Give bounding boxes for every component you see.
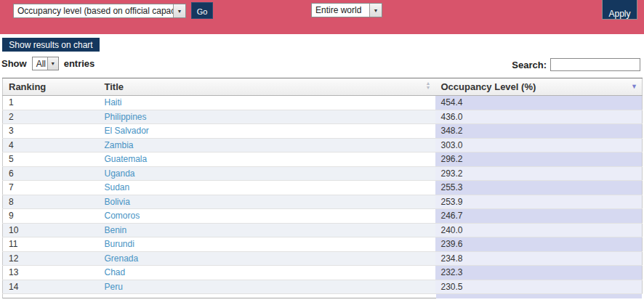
ranking-cell: 3	[3, 124, 99, 139]
sort-icon: ▲▼	[426, 81, 431, 90]
occupancy-value-cell: 454.4	[435, 96, 643, 110]
column-header-ranking[interactable]: Ranking	[3, 78, 99, 96]
title-cell: Grenada	[99, 251, 435, 266]
title-cell: Comoros	[99, 209, 435, 224]
ranking-cell: 10	[3, 223, 99, 237]
sort-desc-icon: ▼	[631, 83, 637, 90]
table-row: 4 Zambia 303.0	[3, 138, 643, 152]
occupancy-value-cell: 293.2	[435, 166, 643, 181]
title-cell: Philippines	[99, 110, 435, 124]
occupancy-value-cell: 246.7	[435, 209, 643, 224]
chevron-down-icon[interactable]: ▼	[173, 4, 185, 17]
ranking-cell: 14	[3, 280, 99, 294]
metric-select-value: Occupancy level (based on official capac…	[14, 6, 173, 16]
country-link[interactable]: Bolivia	[105, 197, 130, 207]
show-label: Show	[1, 58, 27, 69]
ranking-cell: 7	[3, 181, 99, 195]
table-footer-strip	[2, 294, 642, 298]
search-control: Search:	[512, 57, 640, 72]
country-link[interactable]: Guatemala	[105, 154, 148, 164]
column-header-title[interactable]: Title ▲▼	[99, 78, 435, 96]
ranking-cell: 9	[3, 209, 99, 224]
occupancy-value-cell: 296.2	[435, 152, 643, 167]
table-row: 11 Burundi 239.6	[3, 237, 643, 252]
title-cell: Sudan	[99, 181, 435, 195]
title-cell: Bolivia	[99, 195, 435, 209]
title-cell: Uganda	[99, 166, 435, 181]
occupancy-value-cell: 436.0	[435, 110, 643, 124]
search-label: Search:	[512, 60, 547, 70]
ranking-cell: 11	[3, 237, 99, 252]
apply-button[interactable]: Apply	[602, 0, 637, 20]
country-link[interactable]: Benin	[105, 225, 127, 235]
occupancy-value-cell: 253.9	[435, 195, 643, 209]
ranking-cell: 2	[3, 110, 99, 124]
occupancy-value-cell: 232.3	[435, 266, 643, 280]
table-row: 8 Bolivia 253.9	[3, 195, 643, 209]
table-row: 10 Benin 240.0	[3, 223, 643, 237]
country-link[interactable]: Comoros	[105, 211, 140, 221]
region-select[interactable]: Entire world ▼	[311, 3, 382, 17]
country-link[interactable]: Zambia	[105, 140, 134, 150]
ranking-cell: 13	[3, 266, 99, 280]
search-input[interactable]	[550, 58, 640, 71]
table-header-row: Ranking Title ▲▼ Occupancy Level (%) ▼	[3, 78, 643, 96]
ranking-cell: 12	[3, 251, 99, 266]
occupancy-value-cell: 239.6	[435, 237, 643, 252]
country-link[interactable]: Burundi	[105, 239, 134, 249]
metric-select[interactable]: Occupancy level (based on official capac…	[13, 4, 186, 18]
occupancy-value-cell: 234.8	[435, 251, 643, 266]
occupancy-value-cell: 240.0	[435, 223, 643, 237]
table-row: 5 Guatemala 296.2	[3, 152, 643, 167]
region-select-value: Entire world	[312, 5, 369, 15]
title-cell: Chad	[99, 266, 435, 280]
filter-toolbar: Occupancy level (based on official capac…	[0, 0, 644, 34]
entries-length-control: Show All ▼ entries	[1, 56, 94, 71]
ranking-cell: 8	[3, 195, 99, 209]
table-row: 13 Chad 232.3	[3, 266, 643, 280]
country-link[interactable]: Uganda	[105, 168, 135, 179]
country-link[interactable]: Haiti	[105, 97, 122, 107]
title-cell: Peru	[99, 280, 435, 294]
occupancy-value-cell: 255.3	[435, 181, 643, 195]
table-row: 7 Sudan 255.3	[3, 181, 643, 195]
ranking-cell: 6	[3, 166, 99, 181]
country-link[interactable]: Sudan	[105, 182, 130, 192]
chevron-down-icon[interactable]: ▼	[47, 57, 58, 70]
chevron-down-icon[interactable]: ▼	[369, 4, 382, 17]
go-button[interactable]: Go	[191, 2, 213, 19]
country-link[interactable]: Peru	[105, 282, 123, 292]
table-row: 2 Philippines 436.0	[3, 110, 643, 124]
country-link[interactable]: Philippines	[105, 112, 147, 122]
ranking-cell: 1	[3, 96, 99, 110]
table-body: 1 Haiti 454.4 2 Philippines 436.0 3 El S…	[3, 96, 643, 294]
occupancy-value-cell: 303.0	[435, 138, 643, 152]
title-cell: El Salvador	[99, 124, 435, 139]
title-cell: Benin	[99, 223, 435, 237]
title-cell: Burundi	[99, 237, 435, 252]
country-link[interactable]: Grenada	[105, 253, 139, 264]
country-link[interactable]: Chad	[105, 267, 126, 277]
entries-select-value: All	[33, 59, 47, 69]
entries-select[interactable]: All ▼	[32, 57, 59, 70]
title-cell: Zambia	[99, 138, 435, 152]
table-row: 3 El Salvador 348.2	[3, 124, 643, 139]
table-row: 6 Uganda 293.2	[3, 166, 643, 181]
title-cell: Haiti	[99, 96, 435, 110]
occupancy-value-cell: 348.2	[435, 124, 643, 139]
ranking-cell: 4	[3, 138, 99, 152]
table-row: 1 Haiti 454.4	[3, 96, 643, 110]
occupancy-value-cell: 230.5	[435, 280, 643, 294]
show-results-on-chart-button[interactable]: Show results on chart	[2, 38, 100, 52]
ranking-cell: 5	[3, 152, 99, 167]
country-link[interactable]: El Salvador	[105, 126, 149, 136]
table-row: 9 Comoros 246.7	[3, 209, 643, 224]
table-row: 12 Grenada 234.8	[3, 251, 643, 266]
entries-label: entries	[64, 58, 95, 69]
title-cell: Guatemala	[99, 152, 435, 167]
results-table: Ranking Title ▲▼ Occupancy Level (%) ▼ 1…	[2, 78, 642, 298]
column-header-occupancy-level[interactable]: Occupancy Level (%) ▼	[435, 78, 643, 96]
table-row: 14 Peru 230.5	[3, 280, 643, 294]
